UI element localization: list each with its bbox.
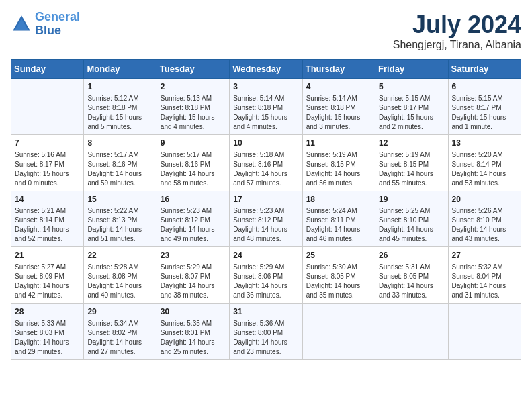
- calendar-cell: 25Sunrise: 5:30 AMSunset: 8:05 PMDayligh…: [302, 247, 375, 304]
- calendar-cell: [11, 79, 84, 135]
- calendar-cell: 9Sunrise: 5:17 AMSunset: 8:16 PMDaylight…: [157, 134, 229, 191]
- calendar-table: SundayMondayTuesdayWednesdayThursdayFrid…: [11, 59, 521, 360]
- calendar-cell: 27Sunrise: 5:32 AMSunset: 8:04 PMDayligh…: [448, 247, 521, 304]
- main-title: July 2024: [393, 11, 521, 39]
- day-info: Sunrise: 5:17 AMSunset: 8:16 PMDaylight:…: [87, 150, 152, 188]
- calendar-cell: 15Sunrise: 5:22 AMSunset: 8:13 PMDayligh…: [84, 191, 157, 247]
- day-info: Sunrise: 5:18 AMSunset: 8:16 PMDaylight:…: [233, 150, 298, 188]
- day-info: Sunrise: 5:15 AMSunset: 8:17 PMDaylight:…: [452, 94, 517, 132]
- day-info: Sunrise: 5:30 AMSunset: 8:05 PMDaylight:…: [306, 263, 371, 300]
- logo-text: General Blue: [35, 11, 80, 38]
- day-number: 22: [87, 250, 152, 261]
- day-number: 18: [306, 194, 371, 205]
- day-info: Sunrise: 5:25 AMSunset: 8:10 PMDaylight:…: [379, 206, 444, 244]
- day-number: 14: [15, 194, 80, 205]
- day-info: Sunrise: 5:36 AMSunset: 8:00 PMDaylight:…: [233, 319, 298, 357]
- day-number: 31: [233, 306, 298, 318]
- calendar-cell: 12Sunrise: 5:19 AMSunset: 8:15 PMDayligh…: [375, 134, 448, 191]
- day-info: Sunrise: 5:28 AMSunset: 8:08 PMDaylight:…: [87, 263, 152, 300]
- day-number: 17: [233, 194, 298, 205]
- day-info: Sunrise: 5:33 AMSunset: 8:03 PMDaylight:…: [15, 319, 80, 357]
- calendar-cell: 30Sunrise: 5:35 AMSunset: 8:01 PMDayligh…: [157, 304, 229, 360]
- calendar-cell: [375, 304, 448, 360]
- calendar-cell: 16Sunrise: 5:23 AMSunset: 8:12 PMDayligh…: [157, 191, 229, 247]
- day-info: Sunrise: 5:12 AMSunset: 8:18 PMDaylight:…: [87, 94, 152, 132]
- day-number: 21: [15, 250, 80, 261]
- calendar-cell: 5Sunrise: 5:15 AMSunset: 8:17 PMDaylight…: [375, 79, 448, 135]
- weekday-header-saturday: Saturday: [448, 60, 521, 79]
- weekday-header-sunday: Sunday: [11, 60, 84, 79]
- day-number: 20: [452, 194, 517, 205]
- day-number: 12: [379, 138, 444, 149]
- day-info: Sunrise: 5:32 AMSunset: 8:04 PMDaylight:…: [452, 263, 517, 300]
- day-number: 11: [306, 138, 371, 149]
- day-number: 30: [161, 306, 226, 318]
- title-block: July 2024 Shengjergj, Tirana, Albania: [393, 11, 521, 51]
- calendar-cell: [302, 304, 375, 360]
- day-info: Sunrise: 5:24 AMSunset: 8:11 PMDaylight:…: [306, 206, 371, 244]
- calendar-cell: 4Sunrise: 5:14 AMSunset: 8:18 PMDaylight…: [302, 79, 375, 135]
- calendar-cell: 18Sunrise: 5:24 AMSunset: 8:11 PMDayligh…: [302, 191, 375, 247]
- calendar-cell: 29Sunrise: 5:34 AMSunset: 8:02 PMDayligh…: [84, 304, 157, 360]
- calendar-cell: 2Sunrise: 5:13 AMSunset: 8:18 PMDaylight…: [157, 79, 229, 135]
- day-number: 25: [306, 250, 371, 261]
- day-number: 4: [306, 81, 371, 93]
- calendar-cell: 22Sunrise: 5:28 AMSunset: 8:08 PMDayligh…: [84, 247, 157, 304]
- day-info: Sunrise: 5:22 AMSunset: 8:13 PMDaylight:…: [87, 206, 152, 244]
- calendar-cell: 7Sunrise: 5:16 AMSunset: 8:17 PMDaylight…: [11, 134, 84, 191]
- weekday-header-wednesday: Wednesday: [230, 60, 302, 79]
- day-number: 19: [379, 194, 444, 205]
- calendar-cell: 10Sunrise: 5:18 AMSunset: 8:16 PMDayligh…: [230, 134, 302, 191]
- day-number: 2: [161, 81, 226, 93]
- logo-icon: [11, 13, 32, 35]
- day-number: 1: [87, 81, 152, 93]
- calendar-cell: 3Sunrise: 5:14 AMSunset: 8:18 PMDaylight…: [230, 79, 302, 135]
- calendar-cell: 17Sunrise: 5:23 AMSunset: 8:12 PMDayligh…: [230, 191, 302, 247]
- day-number: 27: [452, 250, 517, 261]
- day-number: 29: [87, 306, 152, 318]
- day-info: Sunrise: 5:16 AMSunset: 8:17 PMDaylight:…: [15, 150, 80, 188]
- weekday-header-row: SundayMondayTuesdayWednesdayThursdayFrid…: [11, 60, 521, 79]
- day-info: Sunrise: 5:19 AMSunset: 8:15 PMDaylight:…: [306, 150, 371, 188]
- week-row-3: 14Sunrise: 5:21 AMSunset: 8:14 PMDayligh…: [11, 191, 521, 247]
- week-row-4: 21Sunrise: 5:27 AMSunset: 8:09 PMDayligh…: [11, 247, 521, 304]
- calendar-cell: 8Sunrise: 5:17 AMSunset: 8:16 PMDaylight…: [84, 134, 157, 191]
- logo: General Blue: [11, 11, 80, 38]
- day-number: 9: [161, 138, 226, 149]
- day-info: Sunrise: 5:15 AMSunset: 8:17 PMDaylight:…: [379, 94, 444, 132]
- day-number: 10: [233, 138, 298, 149]
- page-header: General Blue July 2024 Shengjergj, Tiran…: [11, 11, 521, 51]
- weekday-header-friday: Friday: [375, 60, 448, 79]
- calendar-cell: 6Sunrise: 5:15 AMSunset: 8:17 PMDaylight…: [448, 79, 521, 135]
- day-info: Sunrise: 5:29 AMSunset: 8:06 PMDaylight:…: [233, 263, 298, 300]
- day-info: Sunrise: 5:14 AMSunset: 8:18 PMDaylight:…: [233, 94, 298, 132]
- day-info: Sunrise: 5:27 AMSunset: 8:09 PMDaylight:…: [15, 263, 80, 300]
- calendar-cell: 19Sunrise: 5:25 AMSunset: 8:10 PMDayligh…: [375, 191, 448, 247]
- day-info: Sunrise: 5:26 AMSunset: 8:10 PMDaylight:…: [452, 206, 517, 244]
- calendar-cell: 1Sunrise: 5:12 AMSunset: 8:18 PMDaylight…: [84, 79, 157, 135]
- day-info: Sunrise: 5:31 AMSunset: 8:05 PMDaylight:…: [379, 263, 444, 300]
- calendar-cell: [448, 304, 521, 360]
- day-number: 16: [161, 194, 226, 205]
- weekday-header-monday: Monday: [84, 60, 157, 79]
- day-number: 26: [379, 250, 444, 261]
- day-info: Sunrise: 5:23 AMSunset: 8:12 PMDaylight:…: [233, 206, 298, 244]
- week-row-2: 7Sunrise: 5:16 AMSunset: 8:17 PMDaylight…: [11, 134, 521, 191]
- day-info: Sunrise: 5:19 AMSunset: 8:15 PMDaylight:…: [379, 150, 444, 188]
- day-number: 7: [15, 138, 80, 149]
- day-number: 5: [379, 81, 444, 93]
- day-info: Sunrise: 5:35 AMSunset: 8:01 PMDaylight:…: [161, 319, 226, 357]
- weekday-header-thursday: Thursday: [302, 60, 375, 79]
- calendar-cell: 13Sunrise: 5:20 AMSunset: 8:14 PMDayligh…: [448, 134, 521, 191]
- calendar-cell: 14Sunrise: 5:21 AMSunset: 8:14 PMDayligh…: [11, 191, 84, 247]
- day-number: 8: [87, 138, 152, 149]
- day-number: 13: [452, 138, 517, 149]
- calendar-cell: 21Sunrise: 5:27 AMSunset: 8:09 PMDayligh…: [11, 247, 84, 304]
- day-number: 28: [15, 306, 80, 318]
- day-info: Sunrise: 5:21 AMSunset: 8:14 PMDaylight:…: [15, 206, 80, 244]
- day-info: Sunrise: 5:34 AMSunset: 8:02 PMDaylight:…: [87, 319, 152, 357]
- subtitle: Shengjergj, Tirana, Albania: [393, 39, 521, 51]
- week-row-5: 28Sunrise: 5:33 AMSunset: 8:03 PMDayligh…: [11, 304, 521, 360]
- calendar-cell: 11Sunrise: 5:19 AMSunset: 8:15 PMDayligh…: [302, 134, 375, 191]
- weekday-header-tuesday: Tuesday: [157, 60, 229, 79]
